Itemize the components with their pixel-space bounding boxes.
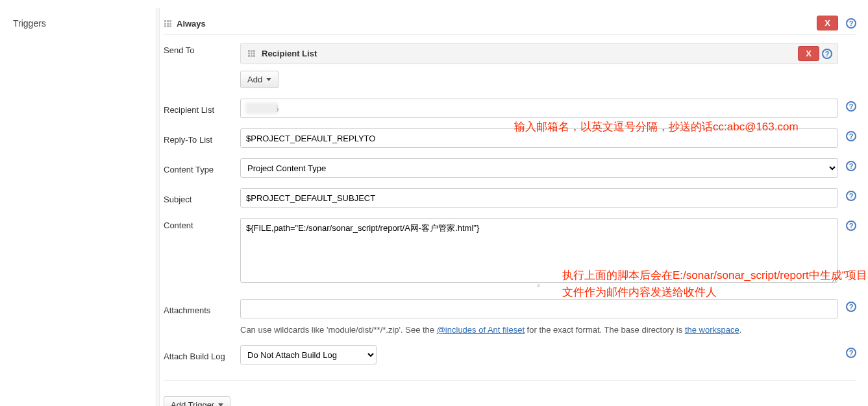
recipient-list-input[interactable]	[240, 99, 838, 118]
close-section-button[interactable]: X	[817, 16, 838, 30]
recipient-list-label: Recipient List	[164, 102, 240, 115]
drag-handle-icon[interactable]	[247, 49, 256, 58]
subject-input[interactable]	[240, 188, 838, 208]
ant-fileset-link[interactable]: @includes of Ant fileset	[437, 325, 525, 335]
resize-grip-icon[interactable]: ≡	[240, 282, 838, 289]
recipient-list-box: Recipient List X ?	[240, 43, 838, 64]
section-title: Always	[177, 19, 206, 29]
close-recipient-button[interactable]: X	[798, 46, 819, 61]
help-icon[interactable]: ?	[846, 161, 856, 171]
attach-log-label: Attach Build Log	[164, 349, 240, 361]
sidebar-triggers-label: Triggers	[13, 18, 156, 29]
help-icon[interactable]: ?	[846, 101, 856, 112]
add-button-label: Add	[247, 75, 262, 84]
workspace-link[interactable]: the workspace	[685, 325, 739, 335]
add-recipient-button[interactable]: Add	[240, 71, 279, 88]
help-icon[interactable]: ?	[846, 348, 856, 358]
reply-to-input[interactable]	[240, 128, 838, 148]
chevron-down-icon	[266, 78, 271, 81]
content-textarea[interactable]: ${FILE,path="E:/sonar/sonar_script/repor…	[240, 218, 838, 283]
attach-log-select[interactable]: Do Not Attach Build Log	[240, 345, 377, 364]
attachments-label: Attachments	[164, 303, 240, 315]
send-to-label: Send To	[164, 43, 240, 55]
add-trigger-button[interactable]: Add Trigger	[164, 396, 230, 406]
attachments-hint: Can use wildcards like 'module/dist/**/*…	[240, 325, 856, 335]
help-icon[interactable]: ?	[846, 221, 856, 231]
help-icon[interactable]: ?	[846, 302, 856, 312]
content-type-label: Content Type	[164, 162, 240, 174]
redacted-text	[245, 102, 278, 114]
section-header: Always	[164, 13, 856, 35]
content-type-select[interactable]: Project Content Type	[240, 158, 838, 178]
add-trigger-label: Add Trigger	[171, 400, 214, 406]
attachments-input[interactable]	[240, 299, 838, 318]
subject-label: Subject	[164, 192, 240, 204]
recipient-list-title: Recipient List	[262, 49, 317, 58]
content-label: Content	[164, 218, 240, 230]
reply-to-label: Reply-To List	[164, 132, 240, 145]
help-icon[interactable]: ?	[846, 18, 856, 29]
help-icon[interactable]: ?	[846, 131, 856, 141]
drag-handle-icon[interactable]	[164, 19, 173, 29]
chevron-down-icon	[218, 403, 223, 406]
help-icon[interactable]: ?	[846, 191, 856, 201]
help-icon[interactable]: ?	[822, 49, 832, 59]
